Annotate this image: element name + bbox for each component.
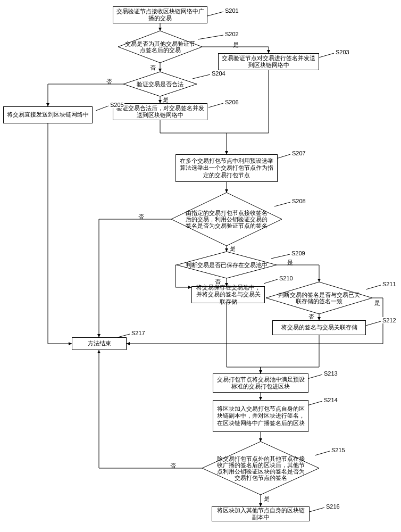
text: 交易验证节点接收区块链网络中广播的交易	[115, 8, 205, 22]
text: 除交易打包节点外的其他节点在接收广播的签名后的区块后，其他节点利用公钥验证区块的…	[202, 455, 319, 481]
svg-line-31	[310, 508, 324, 512]
tag-s209: S209	[291, 250, 306, 256]
decision-s211: 判断交易的签名是否与交易已关联存储的签名一致	[266, 282, 372, 314]
tag-s212: S212	[382, 317, 397, 323]
edge-yes: 是	[233, 41, 239, 49]
step-s217: 方法结束	[72, 337, 127, 350]
edge-yes: 是	[230, 245, 236, 253]
tag-s205: S205	[110, 102, 124, 108]
tag-s214: S214	[323, 397, 338, 403]
text: 判断交易是否已保存在交易池中	[180, 262, 273, 268]
text: 交易验证节点对交易进行签名并发送到区块链网络中	[221, 55, 316, 69]
edge-no: 否	[308, 313, 314, 321]
text: 将交易直接发送到区块链网络中	[7, 111, 89, 118]
text: 方法结束	[88, 340, 111, 347]
text: 将区块加入其他节点自身的区块链副本中	[214, 507, 307, 521]
text: 由指定的交易打包节点接收签名后的交易，利用公钥验证交易的签名是否为交易验证节点的…	[171, 210, 282, 229]
edge-yes: 是	[287, 259, 293, 267]
tag-s213: S213	[323, 370, 338, 377]
text: 将交易保存在交易池中，并将交易的签名与交易关联存储	[194, 284, 262, 305]
step-s201: 交易验证节点接收区块链网络中广播的交易	[113, 6, 207, 23]
decision-s209: 判断交易是否已保存在交易池中	[177, 252, 277, 278]
tag-s217: S217	[131, 330, 146, 336]
decision-s208: 由指定的交易打包节点接收签名后的交易，利用公钥验证交易的签名是否为交易验证节点的…	[171, 193, 282, 246]
step-s206: 验证交易合法后，对交易签名并发送到区块链网络中	[113, 103, 207, 120]
tag-s215: S215	[331, 447, 346, 453]
decision-s215: 除交易打包节点外的其他节点在接收广播的签名后的区块后，其他节点利用公钥验证区块的…	[202, 442, 319, 495]
tag-s204: S204	[211, 70, 226, 77]
edge-no: 否	[106, 78, 112, 86]
svg-line-21	[208, 103, 223, 107]
svg-line-16	[207, 12, 223, 16]
step-s216: 将区块加入其他节点自身的区块链副本中	[212, 506, 310, 521]
step-s212: 将交易的签名与交易关联存储	[272, 320, 366, 335]
text: 交易打包节点将交易池中满足预设标准的交易打包进区块	[215, 376, 306, 390]
edge-no: 否	[138, 213, 144, 221]
tag-s201: S201	[224, 7, 239, 14]
tag-s210: S210	[279, 275, 294, 281]
tag-s203: S203	[335, 49, 350, 55]
step-s214: 将区块加入交易打包节点自身的区块链副本中，并对区块进行签名，在区块链网络中广播签…	[213, 400, 308, 432]
edge-yes: 是	[374, 299, 380, 307]
edge-no: 否	[170, 462, 176, 470]
text: 交易是否为其他交易验证节点签名后的交易	[118, 40, 202, 53]
text: 将区块加入交易打包节点自身的区块链副本中，并对区块进行签名，在区块链网络中广播签…	[215, 405, 306, 427]
text: 判断交易的签名是否与交易已关联存储的签名一致	[266, 292, 372, 304]
tag-s202: S202	[224, 31, 239, 37]
tag-s208: S208	[291, 198, 306, 204]
edge-no: 否	[215, 278, 221, 286]
tag-s211: S211	[382, 281, 397, 287]
svg-line-28	[307, 375, 322, 379]
svg-line-29	[307, 401, 322, 405]
step-s213: 交易打包节点将交易池中满足预设标准的交易打包进区块	[213, 373, 308, 393]
text: 验证交易合法后，对交易签名并发送到区块链网络中	[115, 105, 205, 119]
text: 将交易的签名与交易关联存储	[281, 324, 357, 331]
step-s210: 将交易保存在交易池中，并将交易的签名与交易关联存储	[191, 286, 265, 303]
text: 验证交易是否合法	[131, 81, 189, 87]
step-s205: 将交易直接发送到区块链网络中	[3, 106, 93, 123]
edge-no: 否	[150, 64, 156, 72]
decision-s202: 交易是否为其他交易验证节点签名后的交易	[118, 31, 202, 63]
step-s203: 交易验证节点对交易进行签名并发送到区块链网络中	[218, 53, 319, 70]
text: 在多个交易打包节点中利用预设选举算法选举出一个交易打包节点作为指定的交易打包节点	[178, 157, 275, 179]
svg-line-27	[366, 321, 381, 326]
tag-s207: S207	[291, 150, 306, 156]
svg-line-22	[277, 154, 290, 159]
decision-s204: 验证交易是否合法	[123, 72, 197, 96]
tag-s216: S216	[325, 503, 340, 510]
step-s207: 在多个交易打包节点中利用预设选举算法选举出一个交易打包节点作为指定的交易打包节点	[176, 154, 278, 182]
edge-yes: 是	[264, 495, 270, 503]
svg-line-20	[96, 106, 108, 111]
svg-line-18	[319, 53, 334, 57]
edge-yes: 是	[163, 96, 169, 104]
tag-s206: S206	[224, 99, 239, 105]
